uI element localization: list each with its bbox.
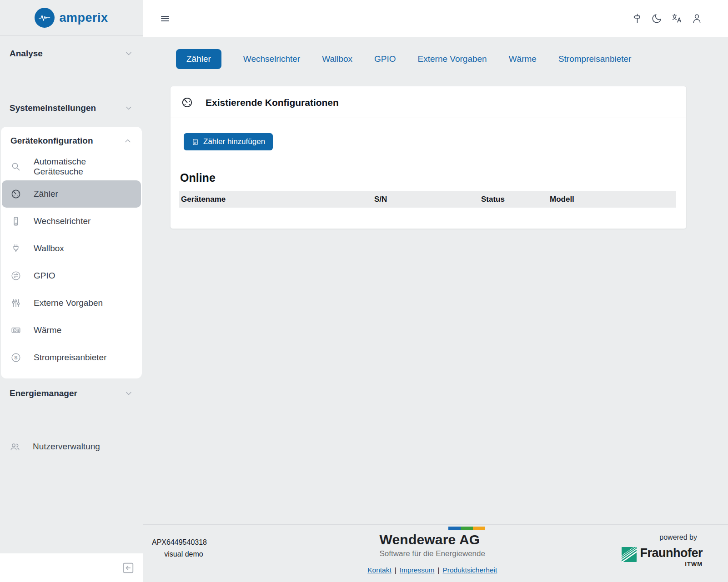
sidebar-section-geraetekonfiguration[interactable]: Gerätekonfiguration — [1, 129, 142, 153]
section-label: Analyse — [10, 49, 43, 59]
sidebar: amperix Analyse Systemeinstellungen Gerä… — [0, 0, 143, 582]
amperix-logo-icon — [35, 8, 55, 28]
sidebar-item-waerme[interactable]: Wärme — [1, 317, 142, 344]
tab-waerme[interactable]: Wärme — [509, 54, 537, 64]
footer-powered-by: powered by Fraunhofer — [622, 533, 703, 582]
svg-text:S: S — [14, 355, 17, 360]
sidebar-section-systemeinstellungen[interactable]: Systemeinstellungen — [0, 96, 143, 120]
online-heading: Online — [180, 171, 676, 184]
card-title: Existierende Konfigurationen — [206, 97, 339, 108]
sidebar-item-label: Automatische Gerätesuche — [34, 157, 135, 177]
menu-icon[interactable] — [159, 13, 171, 25]
search-icon — [10, 161, 21, 172]
sidebar-item-nutzerverwaltung[interactable]: Nutzerverwaltung — [0, 433, 143, 460]
tab-externe-vorgaben[interactable]: Externe Vorgaben — [418, 54, 487, 64]
wendeware-colorbar-icon — [448, 527, 485, 530]
user-icon[interactable] — [691, 13, 703, 24]
main-column: Zähler Wechselrichter Wallbox GPIO Exter… — [143, 0, 728, 582]
content-area: Zähler Wechselrichter Wallbox GPIO Exter… — [143, 37, 728, 524]
price-circle-icon: S — [10, 352, 21, 363]
link-impressum[interactable]: Impressum — [400, 566, 435, 574]
fraunhofer-institute: ITWM — [685, 561, 703, 567]
link-kontakt[interactable]: Kontakt — [367, 566, 392, 574]
section-label: Gerätekonfiguration — [10, 136, 93, 146]
link-separator — [434, 566, 442, 574]
gpio-arrows-icon — [10, 270, 21, 281]
chevron-down-icon — [125, 389, 133, 398]
chevron-up-icon — [124, 137, 132, 145]
topbar-icons — [631, 13, 703, 24]
link-separator — [392, 566, 400, 574]
company-tagline: Software für die Energiewende — [380, 549, 485, 558]
sidebar-item-label: GPIO — [34, 271, 55, 281]
sidebar-section-energiemanager[interactable]: Energiemanager — [0, 381, 143, 406]
sidebar-nav: Analyse Systemeinstellungen Gerätekonfig… — [0, 36, 143, 460]
sidebar-item-wechselrichter[interactable]: Wechselrichter — [1, 208, 142, 235]
fraunhofer-name: Fraunhofer — [640, 547, 703, 559]
tab-wallbox[interactable]: Wallbox — [322, 54, 352, 64]
dark-mode-icon[interactable] — [651, 13, 663, 24]
company-name: Wendeware AG — [380, 532, 485, 547]
sidebar-collapse-button[interactable] — [122, 562, 135, 574]
add-meter-button[interactable]: Zähler hinzufügen — [184, 133, 273, 150]
column-header-status: Status — [479, 195, 548, 204]
fraunhofer-mark-icon — [622, 547, 637, 562]
tab-zaehler[interactable]: Zähler — [176, 49, 221, 69]
chevron-down-icon — [125, 104, 133, 112]
tab-gpio[interactable]: GPIO — [374, 54, 396, 64]
footer: APX6449540318 visual demo Wendeware AG S… — [143, 524, 728, 582]
card-header: Existierende Konfigurationen — [171, 86, 686, 118]
column-header-sn: S/N — [372, 195, 479, 204]
app-root: amperix Analyse Systemeinstellungen Gerä… — [0, 0, 728, 582]
sidebar-item-gpio[interactable]: GPIO — [1, 262, 142, 289]
fraunhofer-logo: Fraunhofer ITWM — [622, 547, 703, 567]
plug-icon — [10, 243, 21, 254]
card-body: Zähler hinzufügen Online Gerätename S/N … — [171, 133, 686, 227]
sidebar-item-label: Wechselrichter — [34, 216, 90, 226]
sidebar-item-label: Strompreisanbieter — [34, 353, 107, 363]
section-label: Energiemanager — [10, 388, 77, 398]
sidebar-item-label: Zähler — [34, 189, 58, 199]
tab-strompreisanbieter[interactable]: Strompreisanbieter — [558, 54, 632, 64]
footer-brand: Wendeware AG Software für die Energiewen… — [243, 527, 622, 582]
sidebar-item-label: Nutzerverwaltung — [33, 442, 100, 452]
fraunhofer-text: Fraunhofer ITWM — [640, 547, 703, 567]
sidebar-footer — [0, 553, 143, 582]
logo[interactable]: amperix — [0, 0, 143, 36]
sidebar-item-label: Externe Vorgaben — [34, 298, 103, 308]
document-icon — [191, 138, 199, 146]
sidebar-item-label: Wallbox — [34, 244, 64, 254]
logo-text: amperix — [59, 11, 108, 25]
sliders-icon — [10, 298, 21, 308]
sidebar-item-label: Wärme — [34, 325, 61, 335]
sidebar-section-analyse[interactable]: Analyse — [0, 41, 143, 66]
language-icon[interactable] — [671, 13, 683, 24]
meter-icon — [10, 189, 21, 199]
sidebar-group-geraetekonfiguration: Gerätekonfiguration Automatische Gerätes… — [1, 127, 142, 378]
sidebar-item-zaehler[interactable]: Zähler — [2, 180, 141, 208]
table-header: Gerätename S/N Status Modell — [179, 191, 676, 208]
users-icon — [10, 441, 20, 452]
wendeware-brand: Wendeware AG Software für die Energiewen… — [380, 527, 485, 558]
link-produktsicherheit[interactable]: Produktsicherheit — [443, 566, 497, 574]
topbar — [143, 0, 728, 37]
sidebar-item-externe-vorgaben[interactable]: Externe Vorgaben — [1, 289, 142, 317]
sidebar-item-wallbox[interactable]: Wallbox — [1, 235, 142, 262]
section-label: Systemeinstellungen — [10, 103, 96, 113]
device-mode: visual demo — [152, 550, 216, 558]
device-info: APX6449540318 visual demo — [152, 538, 243, 582]
chevron-down-icon — [125, 50, 133, 58]
tab-bar: Zähler Wechselrichter Wallbox GPIO Exter… — [176, 49, 687, 69]
signpost-icon[interactable] — [631, 13, 643, 24]
tab-wechselrichter[interactable]: Wechselrichter — [243, 54, 300, 64]
sidebar-item-strompreisanbieter[interactable]: S Strompreisanbieter — [1, 344, 142, 371]
powered-by-label: powered by — [659, 533, 697, 542]
heatpump-icon — [10, 325, 21, 336]
footer-links: KontaktImpressumProduktsicherheit — [367, 566, 497, 574]
config-card: Existierende Konfigurationen Zähler hinz… — [170, 86, 687, 229]
sidebar-item-automatische-geraetesuche[interactable]: Automatische Gerätesuche — [1, 153, 142, 180]
device-serial: APX6449540318 — [152, 538, 243, 547]
inverter-icon — [10, 216, 21, 227]
meter-icon — [181, 96, 193, 109]
add-meter-button-label: Zähler hinzufügen — [203, 137, 265, 146]
